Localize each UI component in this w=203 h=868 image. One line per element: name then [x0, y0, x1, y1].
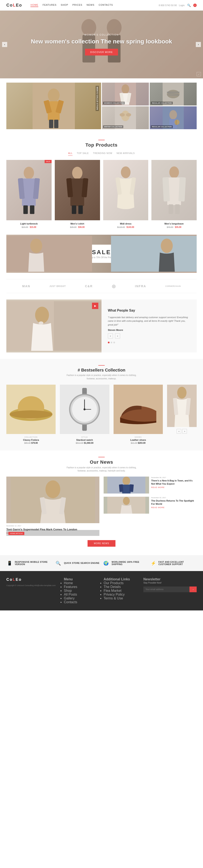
more-news-button[interactable]: More News [88, 540, 115, 547]
tab-top-sale[interactable]: TOP SALE [77, 151, 89, 156]
nav-prices[interactable]: Prices [72, 4, 82, 7]
newsletter-email-input[interactable] [143, 587, 190, 592]
sale-left-image [6, 235, 92, 273]
login-link[interactable]: Login [179, 4, 184, 6]
brand-5[interactable]: INFRA [135, 284, 146, 288]
category-winter[interactable]: Winter Collection [102, 106, 149, 129]
search-icon[interactable]: 🔍 [187, 4, 191, 7]
testimonial-prev-button[interactable]: ‹ [108, 333, 113, 339]
cart-badge[interactable]: 0 [193, 4, 197, 7]
small-news-2[interactable]: November 02, 2017 The Duchess Returns To… [104, 497, 197, 514]
small-news-read-more-2[interactable]: READ MORE [151, 506, 197, 508]
category-mens[interactable]: Men's Colle-ction [6, 83, 101, 129]
svg-point-43 [121, 166, 131, 178]
top-products-title: Top Products [0, 142, 203, 148]
footer-menu-posts[interactable]: All Posts [64, 593, 99, 596]
nav-news[interactable]: News [87, 4, 94, 7]
play-button[interactable]: ▶ [92, 303, 98, 309]
tab-new-arrivals[interactable]: NEW ARRIVALS [116, 151, 135, 156]
nav-shop[interactable]: Shop [61, 4, 68, 7]
search-feature-icon: 🔍 [55, 559, 62, 567]
bestseller-type-2: STYLE [60, 436, 109, 438]
phone-number: 8 800 5743 50 90 [159, 4, 177, 6]
hero-next-button[interactable]: › [196, 42, 201, 47]
testimonial-content: What People Say "I appreciate fast deliv… [102, 300, 197, 352]
brand-4[interactable]: ◎ [112, 284, 116, 289]
bestseller-prev-button[interactable]: ‹ [176, 429, 181, 434]
footer-menu-home[interactable]: Home [64, 581, 99, 585]
svg-point-24 [120, 113, 125, 117]
product-card-4[interactable]: Men's longsleave $40.00 $35.00 [151, 160, 197, 228]
newsletter-submit-button[interactable]: → [190, 587, 197, 592]
feature-title-3: Worldwide 100% Free Shipping [112, 561, 149, 565]
product-old-price-2: $28.00 [70, 226, 76, 228]
product-card-3[interactable]: Midi dress $118.00 $143.00 [103, 160, 148, 228]
product-name-1: Light turtleneck [6, 222, 52, 225]
bestseller-next-button[interactable]: › [182, 429, 187, 434]
nav-contacts[interactable]: Contacts [99, 4, 113, 7]
bestseller-card-3[interactable]: SHOES Leather shoes $21.00 $203.00 [113, 385, 163, 444]
tab-all[interactable]: ALL [68, 151, 72, 156]
bestseller-type-3: SHOES [113, 436, 163, 438]
big-news-image: Home Article [6, 476, 99, 523]
tab-trending[interactable]: TRENDING NOW [93, 151, 112, 156]
mens-image [6, 83, 101, 129]
bestseller-card-2[interactable]: STYLE Stardust watch $813.00 $1,060.00 [60, 385, 109, 444]
small-news-1[interactable]: November 06, 2017 There's a New It-Bag i… [104, 476, 197, 494]
brand-1[interactable]: MAN [22, 284, 30, 288]
feature-text-3: Worldwide 100% Free Shipping [112, 561, 149, 565]
svg-point-63 [10, 410, 53, 418]
dot-1[interactable] [108, 342, 109, 343]
hero-expand-icon[interactable]: ⤢ [197, 72, 201, 76]
product-card-2[interactable]: Men's t-shirt $28.00 $36.00 [55, 160, 100, 228]
brand-2[interactable]: JUST BRIGHT [49, 285, 66, 287]
hero-cta-button[interactable]: Discover More [85, 49, 118, 56]
testimonial-arrows: ‹ › [108, 333, 190, 339]
product-new-price-2: $36.00 [78, 226, 85, 228]
nav-links: Home Features Shop Prices News Contacts [30, 4, 159, 7]
bestseller-card-1[interactable]: COLLECTION Classy Fedora $80.00 $79.00 [6, 385, 56, 444]
accessories-label: Regular Collection [151, 125, 173, 128]
big-news-article[interactable]: Home Article November 12, 2017 Toni Garr… [6, 476, 99, 536]
footer-menu-title: Menu [64, 578, 99, 581]
svg-rect-11 [54, 120, 58, 128]
footer-menu-contacts[interactable]: Contacts [64, 600, 99, 604]
footer-newsletter-title: Newsletter [143, 578, 197, 581]
footer-menu-features[interactable]: Features [64, 585, 99, 589]
dot-3[interactable] [113, 342, 115, 343]
small-news-image-1 [104, 476, 149, 494]
category-accessories[interactable]: Regular Collection [150, 106, 197, 129]
nav-features[interactable]: Features [42, 4, 57, 7]
feature-4: ⚡ Fast and Excellent Customer Support [151, 559, 197, 567]
nav-home[interactable]: Home [30, 4, 38, 7]
testimonial-next-button[interactable]: › [115, 333, 120, 339]
product-price-3: $118.00 $143.00 [103, 226, 148, 228]
svg-rect-30 [176, 120, 176, 125]
svg-point-58 [35, 307, 49, 323]
small-news-read-more-1[interactable]: READ MORE [151, 486, 197, 489]
shoes-figure [113, 385, 163, 434]
feature-title-4: Fast and Excellent Customer Support [158, 561, 197, 565]
product-price-2: $28.00 $36.00 [55, 226, 100, 228]
footer-link-privacy[interactable]: Privacy Policy [104, 593, 139, 596]
footer-menu-gallery[interactable]: Gallery [64, 596, 99, 600]
footer-link-details[interactable]: The Details [104, 585, 139, 589]
watch-figure [60, 385, 109, 434]
footer-menu-shop[interactable]: Shop [64, 589, 99, 593]
logo[interactable]: CoLEo [6, 3, 22, 8]
hero-banner: Women's Collection New women's collectio… [0, 10, 203, 79]
product-card-1[interactable]: SALE Light turtleneck $23.00 $15.00 [6, 160, 52, 228]
category-regular[interactable]: Regular Collection [150, 83, 197, 105]
brand-3[interactable]: C&R [85, 284, 93, 288]
products-grid: SALE Light turtleneck $23.00 $15.00 [0, 160, 203, 235]
brand-6[interactable]: CORNERCHAIN [165, 285, 181, 287]
footer-link-products[interactable]: Our Products [104, 581, 139, 585]
small-news-text-1: November 06, 2017 There's a New It-Bag i… [151, 476, 197, 489]
footer-logo-accent: L [13, 578, 15, 582]
footer-link-flea[interactable]: Flea Market [104, 589, 139, 593]
dot-2[interactable] [111, 342, 112, 343]
category-womens[interactable]: Women's Collection [102, 83, 149, 105]
hero-prev-button[interactable]: ‹ [2, 42, 7, 47]
logo-accent: L [13, 3, 16, 7]
footer-link-terms[interactable]: Terms & Use [104, 596, 139, 600]
